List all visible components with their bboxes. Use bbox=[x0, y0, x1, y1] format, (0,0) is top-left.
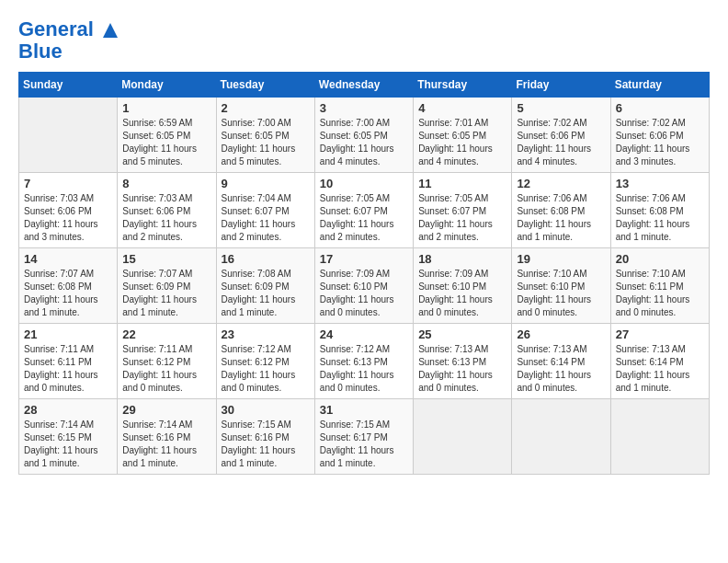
calendar-day-cell: 3Sunrise: 7:00 AMSunset: 6:05 PMDaylight… bbox=[314, 98, 413, 173]
calendar-day-cell bbox=[19, 98, 118, 173]
calendar-day-cell: 17Sunrise: 7:09 AMSunset: 6:10 PMDayligh… bbox=[314, 248, 413, 324]
day-number: 25 bbox=[418, 327, 506, 341]
day-number: 12 bbox=[517, 177, 605, 190]
day-number: 28 bbox=[24, 403, 112, 417]
day-number: 24 bbox=[320, 327, 408, 341]
day-number: 1 bbox=[122, 101, 210, 115]
calendar-day-cell: 5Sunrise: 7:02 AMSunset: 6:06 PMDaylight… bbox=[512, 98, 610, 173]
calendar-day-cell: 31Sunrise: 7:15 AMSunset: 6:17 PMDayligh… bbox=[314, 399, 413, 475]
calendar-day-cell: 28Sunrise: 7:14 AMSunset: 6:15 PMDayligh… bbox=[19, 399, 118, 475]
column-header-friday: Friday bbox=[512, 73, 610, 98]
day-info: Sunrise: 7:13 AMSunset: 6:14 PMDaylight:… bbox=[616, 343, 704, 395]
calendar-day-cell: 4Sunrise: 7:01 AMSunset: 6:05 PMDaylight… bbox=[414, 98, 512, 173]
day-info: Sunrise: 7:08 AMSunset: 6:09 PMDaylight:… bbox=[222, 268, 310, 319]
day-number: 3 bbox=[320, 101, 408, 115]
day-number: 22 bbox=[122, 327, 210, 341]
day-info: Sunrise: 7:07 AMSunset: 6:08 PMDaylight:… bbox=[24, 268, 112, 319]
day-info: Sunrise: 7:02 AMSunset: 6:06 PMDaylight:… bbox=[517, 117, 605, 168]
day-info: Sunrise: 7:13 AMSunset: 6:14 PMDaylight:… bbox=[517, 343, 605, 395]
day-number: 17 bbox=[320, 252, 408, 266]
day-number: 16 bbox=[222, 252, 310, 266]
calendar-day-cell: 14Sunrise: 7:07 AMSunset: 6:08 PMDayligh… bbox=[19, 248, 118, 324]
calendar-table: SundayMondayTuesdayWednesdayThursdayFrid… bbox=[18, 72, 710, 475]
day-info: Sunrise: 7:15 AMSunset: 6:16 PMDaylight:… bbox=[222, 419, 310, 470]
calendar-day-cell: 13Sunrise: 7:06 AMSunset: 6:08 PMDayligh… bbox=[610, 173, 709, 248]
calendar-day-cell: 27Sunrise: 7:13 AMSunset: 6:14 PMDayligh… bbox=[610, 324, 709, 399]
day-number: 30 bbox=[222, 403, 310, 417]
day-number: 4 bbox=[418, 101, 506, 115]
day-number: 7 bbox=[24, 177, 112, 190]
calendar-day-cell: 30Sunrise: 7:15 AMSunset: 6:16 PMDayligh… bbox=[216, 399, 314, 475]
calendar-day-cell: 10Sunrise: 7:05 AMSunset: 6:07 PMDayligh… bbox=[314, 173, 413, 248]
day-info: Sunrise: 7:03 AMSunset: 6:06 PMDaylight:… bbox=[122, 192, 210, 244]
day-info: Sunrise: 7:15 AMSunset: 6:17 PMDaylight:… bbox=[320, 419, 408, 470]
day-info: Sunrise: 6:59 AMSunset: 6:05 PMDaylight:… bbox=[122, 117, 210, 168]
day-info: Sunrise: 7:00 AMSunset: 6:05 PMDaylight:… bbox=[222, 117, 310, 168]
day-number: 13 bbox=[616, 177, 704, 190]
calendar-day-cell: 26Sunrise: 7:13 AMSunset: 6:14 PMDayligh… bbox=[512, 324, 610, 399]
day-number: 18 bbox=[418, 252, 506, 266]
logo-blue: Blue bbox=[18, 40, 119, 63]
day-info: Sunrise: 7:09 AMSunset: 6:10 PMDaylight:… bbox=[320, 268, 408, 319]
day-info: Sunrise: 7:01 AMSunset: 6:05 PMDaylight:… bbox=[418, 117, 506, 168]
day-info: Sunrise: 7:10 AMSunset: 6:11 PMDaylight:… bbox=[616, 268, 704, 319]
calendar-day-cell: 20Sunrise: 7:10 AMSunset: 6:11 PMDayligh… bbox=[610, 248, 709, 324]
calendar-day-cell: 1Sunrise: 6:59 AMSunset: 6:05 PMDaylight… bbox=[118, 98, 216, 173]
column-header-saturday: Saturday bbox=[610, 73, 709, 98]
day-info: Sunrise: 7:00 AMSunset: 6:05 PMDaylight:… bbox=[320, 117, 408, 168]
column-header-monday: Monday bbox=[118, 73, 216, 98]
calendar-week-row: 1Sunrise: 6:59 AMSunset: 6:05 PMDaylight… bbox=[19, 98, 710, 173]
day-number: 10 bbox=[320, 177, 408, 190]
day-number: 14 bbox=[24, 252, 112, 266]
day-info: Sunrise: 7:12 AMSunset: 6:12 PMDaylight:… bbox=[222, 343, 310, 395]
logo-text: General bbox=[18, 18, 119, 40]
calendar-day-cell: 22Sunrise: 7:11 AMSunset: 6:12 PMDayligh… bbox=[118, 324, 216, 399]
calendar-day-cell: 18Sunrise: 7:09 AMSunset: 6:10 PMDayligh… bbox=[414, 248, 512, 324]
column-header-sunday: Sunday bbox=[19, 73, 118, 98]
calendar-day-cell: 12Sunrise: 7:06 AMSunset: 6:08 PMDayligh… bbox=[512, 173, 610, 248]
calendar-day-cell: 29Sunrise: 7:14 AMSunset: 6:16 PMDayligh… bbox=[118, 399, 216, 475]
day-number: 21 bbox=[24, 327, 112, 341]
calendar-day-cell: 9Sunrise: 7:04 AMSunset: 6:07 PMDaylight… bbox=[216, 173, 314, 248]
day-number: 2 bbox=[222, 101, 310, 115]
day-info: Sunrise: 7:14 AMSunset: 6:16 PMDaylight:… bbox=[122, 419, 210, 470]
day-info: Sunrise: 7:10 AMSunset: 6:10 PMDaylight:… bbox=[517, 268, 605, 319]
day-number: 26 bbox=[517, 327, 605, 341]
day-number: 23 bbox=[222, 327, 310, 341]
calendar-day-cell: 2Sunrise: 7:00 AMSunset: 6:05 PMDaylight… bbox=[216, 98, 314, 173]
column-header-tuesday: Tuesday bbox=[216, 73, 314, 98]
calendar-week-row: 7Sunrise: 7:03 AMSunset: 6:06 PMDaylight… bbox=[19, 173, 710, 248]
calendar-day-cell bbox=[512, 399, 610, 475]
calendar-day-cell bbox=[414, 399, 512, 475]
day-number: 8 bbox=[122, 177, 210, 190]
calendar-week-row: 21Sunrise: 7:11 AMSunset: 6:11 PMDayligh… bbox=[19, 324, 710, 399]
calendar-day-cell: 7Sunrise: 7:03 AMSunset: 6:06 PMDaylight… bbox=[19, 173, 118, 248]
calendar-day-cell: 8Sunrise: 7:03 AMSunset: 6:06 PMDaylight… bbox=[118, 173, 216, 248]
day-number: 15 bbox=[122, 252, 210, 266]
day-info: Sunrise: 7:06 AMSunset: 6:08 PMDaylight:… bbox=[517, 192, 605, 244]
day-info: Sunrise: 7:02 AMSunset: 6:06 PMDaylight:… bbox=[616, 117, 704, 168]
calendar-week-row: 28Sunrise: 7:14 AMSunset: 6:15 PMDayligh… bbox=[19, 399, 710, 475]
calendar-day-cell: 24Sunrise: 7:12 AMSunset: 6:13 PMDayligh… bbox=[314, 324, 413, 399]
calendar-day-cell: 19Sunrise: 7:10 AMSunset: 6:10 PMDayligh… bbox=[512, 248, 610, 324]
day-info: Sunrise: 7:14 AMSunset: 6:15 PMDaylight:… bbox=[24, 419, 112, 470]
day-info: Sunrise: 7:06 AMSunset: 6:08 PMDaylight:… bbox=[616, 192, 704, 244]
day-number: 29 bbox=[122, 403, 210, 417]
page-header: General Blue bbox=[18, 18, 710, 63]
calendar-day-cell: 11Sunrise: 7:05 AMSunset: 6:07 PMDayligh… bbox=[414, 173, 512, 248]
day-number: 31 bbox=[320, 403, 408, 417]
calendar-header-row: SundayMondayTuesdayWednesdayThursdayFrid… bbox=[19, 73, 710, 98]
calendar-day-cell: 6Sunrise: 7:02 AMSunset: 6:06 PMDaylight… bbox=[610, 98, 709, 173]
day-number: 11 bbox=[418, 177, 506, 190]
day-info: Sunrise: 7:11 AMSunset: 6:12 PMDaylight:… bbox=[122, 343, 210, 395]
calendar-day-cell: 16Sunrise: 7:08 AMSunset: 6:09 PMDayligh… bbox=[216, 248, 314, 324]
day-number: 6 bbox=[616, 101, 704, 115]
day-info: Sunrise: 7:11 AMSunset: 6:11 PMDaylight:… bbox=[24, 343, 112, 395]
calendar-day-cell: 25Sunrise: 7:13 AMSunset: 6:13 PMDayligh… bbox=[414, 324, 512, 399]
day-number: 27 bbox=[616, 327, 704, 341]
day-info: Sunrise: 7:12 AMSunset: 6:13 PMDaylight:… bbox=[320, 343, 408, 395]
column-header-thursday: Thursday bbox=[414, 73, 512, 98]
day-info: Sunrise: 7:05 AMSunset: 6:07 PMDaylight:… bbox=[320, 192, 408, 244]
logo-general: General bbox=[18, 17, 94, 40]
day-info: Sunrise: 7:04 AMSunset: 6:07 PMDaylight:… bbox=[222, 192, 310, 244]
